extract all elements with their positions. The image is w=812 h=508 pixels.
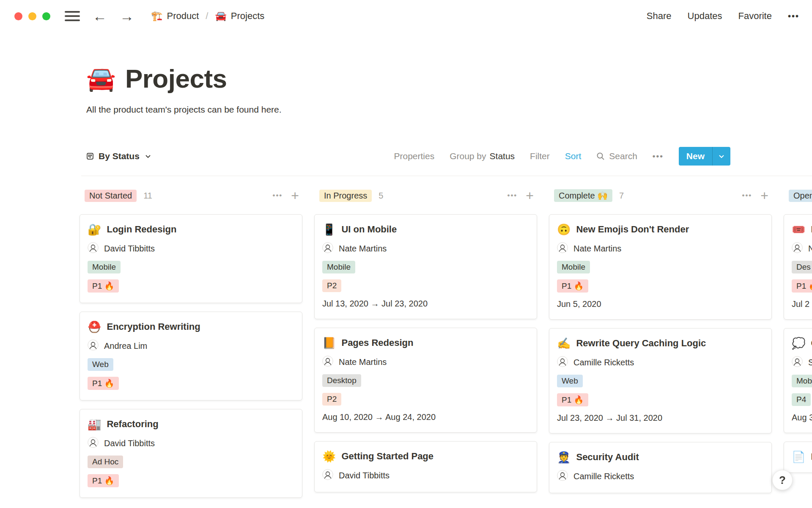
column-header: In Progress5•••+ [314, 189, 537, 202]
toolbar-more-icon[interactable]: ••• [653, 152, 664, 161]
tag: Mob [792, 375, 812, 387]
share-button[interactable]: Share [647, 11, 672, 22]
new-button[interactable]: New [679, 147, 730, 166]
search-label: Search [609, 151, 637, 161]
minimize-window-button[interactable] [28, 12, 36, 20]
new-dropdown-button[interactable] [713, 147, 730, 166]
column-more-icon[interactable]: ••• [742, 191, 752, 200]
page-title: Projects [125, 64, 227, 94]
tag: Mobile [557, 261, 590, 273]
card-tag-row: P1 🔥 [88, 474, 294, 487]
kanban-board-icon [87, 153, 93, 160]
column-add-icon[interactable]: + [291, 189, 299, 202]
assignee-name: S [808, 358, 812, 367]
card-assignee: David Tibbitts [88, 437, 294, 450]
card-tag-row: Ad Hoc [88, 456, 294, 468]
breadcrumb: 🏗️ Product / 🚘 Projects [151, 11, 264, 22]
construction-crane-icon: 🏗️ [151, 11, 162, 22]
assignee-avatar [322, 356, 333, 368]
breadcrumb-label: Projects [231, 11, 264, 22]
card-emoji-icon: 👮 [557, 452, 571, 463]
more-options-icon[interactable]: ••• [788, 11, 799, 21]
card-tag-row: P1 🔥 [557, 279, 764, 293]
assignee-name: Andrea Lim [104, 341, 147, 351]
help-button[interactable]: ? [772, 470, 793, 490]
board-column: Complete 🙌7•••+🙃New Emojis Don't RenderN… [549, 189, 772, 502]
forward-arrow-icon[interactable]: → [120, 9, 134, 23]
kanban-card[interactable]: 💭CSMobP4Aug 3 [784, 328, 812, 433]
card-tag-row: Mob [792, 375, 812, 387]
column-status-badge[interactable]: Not Started [85, 190, 137, 202]
filter-button[interactable]: Filter [530, 151, 550, 161]
page-emoji-car-icon[interactable]: 🚘 [86, 67, 116, 91]
card-assignee: Camille Ricketts [557, 470, 764, 483]
kanban-card[interactable]: 👮Security AuditCamille Ricketts [549, 442, 772, 493]
card-emoji-icon: 🎟️ [792, 224, 805, 235]
card-date: Jun 5, 2020 [557, 299, 764, 309]
updates-button[interactable]: Updates [688, 11, 722, 22]
tag: P2 [322, 393, 341, 406]
kanban-card[interactable]: 🌞Getting Started PageDavid Tibbitts [314, 441, 537, 492]
card-title: New Emojis Don't Render [576, 224, 689, 235]
assignee-avatar [88, 242, 99, 255]
column-status-badge[interactable]: In Progress [319, 190, 372, 202]
kanban-card[interactable]: 📱UI on MobileNate MartinsMobileP2Jul 13,… [314, 214, 537, 319]
zoom-window-button[interactable] [42, 12, 50, 20]
assignee-avatar [792, 356, 803, 369]
card-title-row: 📄N [792, 451, 812, 462]
column-status-badge[interactable]: Open [789, 190, 812, 202]
back-arrow-icon[interactable]: ← [93, 9, 107, 23]
card-title: Getting Started Page [341, 451, 433, 462]
card-emoji-icon: 📙 [322, 337, 336, 348]
breadcrumb-product[interactable]: 🏗️ Product [151, 11, 199, 22]
sidebar-menu-icon[interactable] [65, 11, 80, 21]
assignee-name: Nate Martins [339, 357, 387, 367]
card-emoji-icon: 🙃 [557, 224, 571, 235]
card-assignee: Nate Martins [322, 242, 529, 255]
column-add-icon[interactable]: + [760, 189, 768, 202]
card-tag-row: P2 [322, 393, 529, 406]
card-tag-row: Web [557, 375, 764, 387]
view-switcher[interactable]: By Status [87, 151, 151, 161]
kanban-card[interactable]: ✍️Rewrite Query Caching LogicCamille Ric… [549, 328, 772, 433]
card-date: Jul 13, 2020 → Jul 23, 2020 [322, 299, 529, 309]
kanban-card[interactable]: 🙃New Emojis Don't RenderNate MartinsMobi… [549, 214, 772, 320]
close-window-button[interactable] [14, 12, 22, 20]
column-more-icon[interactable]: ••• [272, 191, 283, 200]
tag: Web [557, 375, 583, 387]
card-tag-row: P1 🔥 [792, 279, 812, 293]
kanban-card[interactable]: ⛑️Encryption RewritingAndrea LimWebP1 🔥 [80, 312, 302, 400]
breadcrumb-label: Product [167, 11, 199, 22]
new-button-label[interactable]: New [679, 147, 712, 166]
car-icon: 🚘 [215, 11, 226, 22]
tag: Mobile [322, 261, 355, 273]
kanban-card[interactable]: 🎟️PNDesP1 🔥Jul 2 [784, 214, 812, 320]
group-by-button[interactable]: Group by Status [450, 151, 515, 161]
kanban-card[interactable]: 🏭RefactoringDavid TibbittsAd HocP1 🔥 [80, 409, 302, 498]
card-title-row: ✍️Rewrite Query Caching Logic [557, 338, 764, 349]
column-add-icon[interactable]: + [526, 189, 534, 202]
group-by-value: Status [490, 151, 515, 161]
search-button[interactable]: Search [596, 151, 637, 161]
properties-button[interactable]: Properties [394, 151, 434, 161]
column-header: Not Started11•••+ [80, 189, 302, 202]
assignee-name: David Tibbitts [104, 439, 155, 448]
kanban-card[interactable]: 📄N [784, 442, 812, 473]
tag: Desktop [322, 374, 361, 387]
kanban-card[interactable]: 🔐Login RedesignDavid TibbittsMobileP1 🔥 [80, 214, 302, 303]
column-status-badge[interactable]: Complete 🙌 [554, 189, 612, 202]
assignee-avatar [557, 356, 568, 369]
breadcrumb-projects[interactable]: 🚘 Projects [215, 11, 264, 22]
column-actions: •••+ [272, 189, 299, 202]
card-title: UI on Mobile [341, 224, 397, 235]
column-more-icon[interactable]: ••• [507, 191, 517, 200]
sort-button[interactable]: Sort [565, 151, 582, 161]
favorite-button[interactable]: Favorite [738, 11, 772, 22]
group-by-label: Group by [450, 151, 486, 161]
column-actions: •••+ [742, 189, 768, 202]
view-name: By Status [99, 151, 140, 161]
assignee-name: Nate Martins [339, 244, 387, 254]
card-date: Jul 2 [792, 299, 812, 309]
kanban-card[interactable]: 📙Pages RedesignNate MartinsDesktopP2Aug … [314, 328, 537, 433]
kanban-board: Not Started11•••+🔐Login RedesignDavid Ti… [0, 189, 812, 506]
